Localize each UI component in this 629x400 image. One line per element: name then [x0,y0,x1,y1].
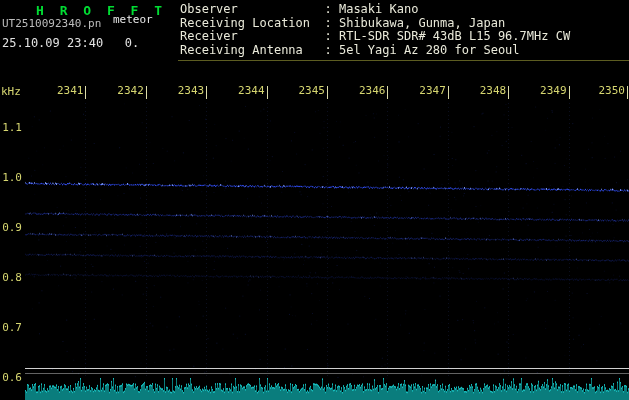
info-colon: : [324,16,338,30]
freq-tick-label: 1.1 [0,121,22,134]
time-tick-label: 2345 [295,84,325,97]
time-tick-mark [569,86,570,99]
time-tick-mark [627,86,628,99]
time-tick-label: 2341 [53,84,83,97]
info-label: Observer [180,3,324,17]
info-value: RTL-SDR SDR# 43dB L15 96.7MHz CW [339,29,570,43]
time-tick-mark [85,86,86,99]
header-info-row: Receiving Antenna: 5el Yagi Az 280 for S… [180,44,570,58]
time-tick-label: 2343 [174,84,204,97]
freq-tick-label: 1.0 [0,171,22,184]
time-tick-mark [206,86,207,99]
header-info-block: Observer: Masaki KanoReceiving Location:… [180,3,570,57]
info-label: Receiving Antenna [180,44,324,58]
info-colon: : [324,43,338,57]
hrofft-screen: H R O F F T UT2510092340.pn meteor 25.10… [0,0,629,400]
filename-label: UT2510092340.pn [2,17,101,30]
time-tick-label: 2347 [416,84,446,97]
info-label: Receiver [180,30,324,44]
time-tick-mark [508,86,509,99]
info-colon: : [324,2,338,16]
time-tick-mark [387,86,388,99]
header-info-row: Observer: Masaki Kano [180,3,570,17]
header-info-row: Receiver: RTL-SDR SDR# 43dB L15 96.7MHz … [180,30,570,44]
khz-unit-label: kHz [1,85,21,98]
info-value: Masaki Kano [339,2,418,16]
time-tick-label: 2342 [114,84,144,97]
time-tick-mark [448,86,449,99]
mode-label: meteor [113,13,153,26]
time-tick-mark [327,86,328,99]
header-underline [178,60,629,61]
freq-tick-label: 0.9 [0,221,22,234]
header-info-row: Receiving Location: Shibukawa, Gunma, Ja… [180,17,570,31]
info-value: Shibukawa, Gunma, Japan [339,16,505,30]
time-tick-label: 2344 [235,84,265,97]
freq-tick-label: 0.8 [0,271,22,284]
info-label: Receiving Location [180,17,324,31]
time-tick-mark [146,86,147,99]
time-tick-mark [267,86,268,99]
time-tick-label: 2346 [355,84,385,97]
freq-tick-label: 0.7 [0,321,22,334]
info-colon: : [324,29,338,43]
freq-tick-label: 0.6 [0,371,22,384]
info-value: 5el Yagi Az 280 for Seoul [339,43,520,57]
time-tick-label: 2350 [595,84,625,97]
time-tick-label: 2349 [537,84,567,97]
time-tick-label: 2348 [476,84,506,97]
datetime-label: 25.10.09 23:40 0. [2,36,139,50]
